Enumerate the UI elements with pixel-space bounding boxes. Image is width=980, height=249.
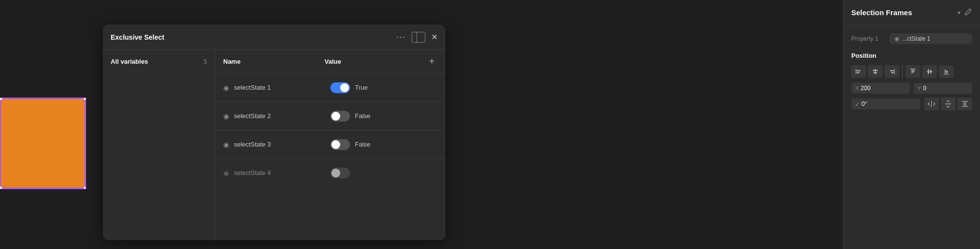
align-bottom-icon	[943, 68, 950, 75]
align-divider	[902, 65, 903, 78]
align-right-button[interactable]	[885, 65, 899, 78]
table-header: Name Value +	[215, 50, 445, 74]
row-value-col: False	[330, 139, 438, 150]
align-center-icon	[872, 68, 879, 75]
align-left-button[interactable]	[851, 65, 866, 78]
toggle-row-1[interactable]	[330, 111, 350, 122]
row-value-col	[330, 168, 438, 178]
x-label: X	[855, 85, 859, 91]
distribute-icon	[961, 100, 969, 108]
property-value-text: ...ctState 1	[902, 35, 930, 42]
toggle-row-0[interactable]	[330, 82, 350, 93]
variable-name: selectState 2	[234, 112, 271, 120]
svg-rect-4	[873, 70, 878, 72]
split-left-pane	[412, 32, 417, 42]
svg-rect-11	[913, 70, 915, 73]
variable-panel: Exclusive Select ··· ✕ All variables 5 N…	[103, 25, 445, 240]
panel-close-button[interactable]: ✕	[431, 32, 438, 42]
align-top-icon	[910, 68, 916, 75]
variable-name: selectState 4	[234, 169, 271, 176]
toggle-row-2[interactable]	[330, 139, 350, 150]
svg-rect-17	[947, 71, 948, 73]
align-top-button[interactable]	[906, 65, 920, 78]
flip-group	[924, 98, 972, 110]
y-value: 0	[923, 85, 927, 92]
col-name-header: Name	[223, 58, 325, 65]
svg-rect-16	[945, 70, 946, 73]
svg-rect-1	[857, 70, 861, 72]
rotation-value: 0°	[862, 100, 867, 107]
panel-title: Exclusive Select	[111, 33, 391, 41]
x-coord-field[interactable]: X 200	[851, 83, 910, 94]
variable-value: False	[355, 141, 371, 148]
position-section-title: Position	[851, 52, 972, 59]
coord-row-xy: X 200 Y 0	[851, 83, 972, 94]
visibility-icon[interactable]: ◉	[223, 169, 229, 177]
panel-split-icon[interactable]	[412, 32, 425, 43]
flip-horizontal-button[interactable]	[924, 98, 939, 110]
property-value-pill[interactable]: ◉ ...ctState 1	[889, 33, 972, 44]
align-right-icon	[888, 68, 895, 75]
row-name-col: ◉ selectState 1	[223, 84, 330, 92]
align-bottom-button[interactable]	[939, 65, 954, 78]
row-name-col: ◉ selectState 4	[223, 169, 330, 177]
panel-main: Name Value + ◉ selectState 1 True	[215, 50, 445, 240]
panel-menu-button[interactable]: ···	[397, 33, 406, 42]
variable-value: False	[355, 112, 371, 120]
distribute-button[interactable]	[957, 98, 972, 110]
align-left-icon	[855, 68, 862, 75]
row-name-col: ◉ selectState 3	[223, 141, 330, 149]
svg-rect-8	[891, 72, 894, 74]
x-value: 200	[861, 85, 870, 92]
resize-handle-tl[interactable]	[0, 98, 2, 100]
table-row: ◉ selectState 3 False	[215, 130, 445, 159]
rotation-icon: ↙	[855, 101, 860, 107]
align-center-button[interactable]	[868, 65, 883, 78]
dropdown-arrow-icon[interactable]: ▾	[957, 9, 960, 16]
panel-body: All variables 5 Name Value + ◉ selectSta…	[103, 50, 445, 240]
y-coord-field[interactable]: Y 0	[914, 83, 973, 94]
table-row: ◉ selectState 2 False	[215, 102, 445, 130]
edit-icon-button[interactable]	[964, 8, 972, 17]
eye-pill-icon: ◉	[894, 35, 899, 42]
sidebar-all-variables[interactable]: All variables 5	[103, 54, 215, 69]
align-group-horizontal	[851, 65, 972, 78]
rotation-field[interactable]: ↙ 0°	[851, 99, 920, 109]
toggle-knob	[331, 169, 340, 177]
right-panel-body: Property 1 ◉ ...ctState 1 Position	[843, 25, 980, 126]
svg-rect-6	[894, 69, 895, 74]
toggle-knob	[340, 83, 349, 92]
svg-rect-15	[944, 74, 949, 75]
variable-name: selectState 3	[234, 141, 271, 148]
right-panel-header: Selection Frames ▾	[843, 0, 980, 25]
visibility-icon[interactable]: ◉	[223, 84, 229, 92]
panel-sidebar: All variables 5	[103, 50, 215, 240]
rotation-row: ↙ 0°	[851, 98, 972, 110]
edit-icon	[964, 8, 972, 16]
y-label: Y	[918, 85, 921, 91]
property-label: Property 1	[851, 35, 886, 42]
variable-name: selectState 1	[234, 84, 271, 91]
align-middle-button[interactable]	[922, 65, 937, 78]
sidebar-item-label: All variables	[111, 58, 148, 65]
toggle-row-3[interactable]	[330, 168, 350, 178]
svg-rect-13	[928, 69, 930, 74]
flip-horizontal-icon	[928, 100, 935, 108]
row-value-col: True	[330, 82, 438, 93]
align-middle-icon	[926, 68, 933, 75]
selected-frame[interactable]	[0, 98, 86, 189]
col-value-header: Value	[325, 58, 426, 65]
flip-vertical-button[interactable]	[941, 98, 956, 110]
variable-value: True	[355, 84, 368, 91]
svg-rect-0	[856, 69, 857, 74]
svg-rect-10	[911, 70, 913, 74]
visibility-icon[interactable]: ◉	[223, 141, 229, 149]
canvas-area: Exclusive Select ··· ✕ All variables 5 N…	[0, 0, 843, 249]
add-variable-button[interactable]: +	[426, 56, 438, 68]
svg-rect-3	[875, 69, 876, 75]
property-row: Property 1 ◉ ...ctState 1	[851, 33, 972, 44]
visibility-icon[interactable]: ◉	[223, 112, 229, 120]
resize-handle-bl[interactable]	[0, 186, 2, 189]
resize-handle-br[interactable]	[83, 186, 86, 189]
resize-handle-tr[interactable]	[83, 98, 86, 100]
